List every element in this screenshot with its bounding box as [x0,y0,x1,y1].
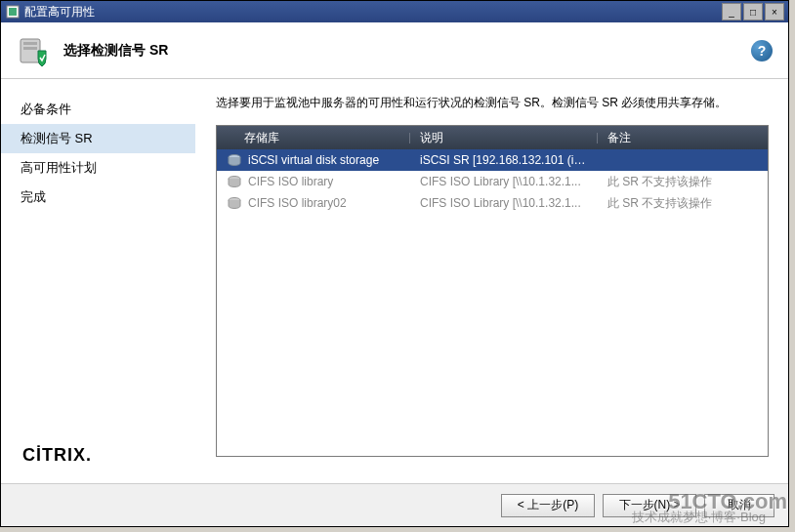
instruction-text: 选择要用于监视池中服务器的可用性和运行状况的检测信号 SR。检测信号 SR 必须… [216,95,769,111]
cell-storage: CIFS ISO library [248,175,333,188]
svg-rect-3 [23,42,37,45]
cell-description: CIFS ISO Library [\\10.1.32.1... [410,175,598,188]
server-shield-icon [17,33,52,68]
sidebar-item-finish[interactable]: 完成 [1,183,195,212]
table-row[interactable]: iSCSI virtual disk storage iSCSI SR [192… [217,149,768,171]
wizard-steps-sidebar: 必备条件 检测信号 SR 高可用性计划 完成 [1,79,196,483]
cell-remark: 此 SR 不支持该操作 [598,174,768,190]
next-button[interactable]: 下一步(N) > [603,494,696,517]
col-remark[interactable]: 备注 [598,130,768,146]
svg-rect-1 [9,8,17,16]
col-storage[interactable]: 存储库 [217,130,410,146]
sidebar-item-ha-plan[interactable]: 高可用性计划 [1,153,195,183]
sidebar-item-heartbeat-sr[interactable]: 检测信号 SR [1,124,195,153]
help-icon[interactable]: ? [751,40,773,61]
app-icon [5,4,21,20]
titlebar[interactable]: 配置高可用性 _ □ × [1,1,788,22]
cell-storage: CIFS ISO library02 [248,196,347,210]
cell-remark: 此 SR 不支持该操作 [598,195,768,212]
cell-storage: iSCSI virtual disk storage [248,153,379,167]
storage-icon [227,153,242,167]
maximize-button[interactable]: □ [743,3,763,20]
table-header-row: 存储库 说明 备注 [217,126,768,149]
sr-table: 存储库 说明 备注 iSCSI virtual disk storage iSC… [216,125,769,457]
table-row[interactable]: CIFS ISO library02 CIFS ISO Library [\\1… [217,192,768,214]
table-row[interactable]: CIFS ISO library CIFS ISO Library [\\10.… [217,171,768,192]
col-description[interactable]: 说明 [410,130,598,146]
cell-description: iSCSI SR [192.168.132.101 (iq... [410,153,598,167]
citrix-logo: CİTRIX. [22,445,92,466]
storage-icon [227,175,242,188]
wizard-header: 选择检测信号 SR ? [1,22,788,79]
minimize-button[interactable]: _ [722,3,741,20]
table-body: iSCSI virtual disk storage iSCSI SR [192… [217,149,768,214]
svg-rect-4 [23,47,37,50]
wizard-footer: < 上一步(P) 下一步(N) > 取消 [1,483,788,526]
cell-description: CIFS ISO Library [\\10.1.32.1... [410,196,598,210]
close-button[interactable]: × [765,3,784,20]
storage-icon [227,196,242,210]
prev-button[interactable]: < 上一步(P) [501,494,595,517]
window-title: 配置高可用性 [24,4,722,20]
sidebar-item-prerequisites[interactable]: 必备条件 [1,95,195,124]
page-title: 选择检测信号 SR [63,42,751,60]
cancel-button[interactable]: 取消 [704,494,774,517]
